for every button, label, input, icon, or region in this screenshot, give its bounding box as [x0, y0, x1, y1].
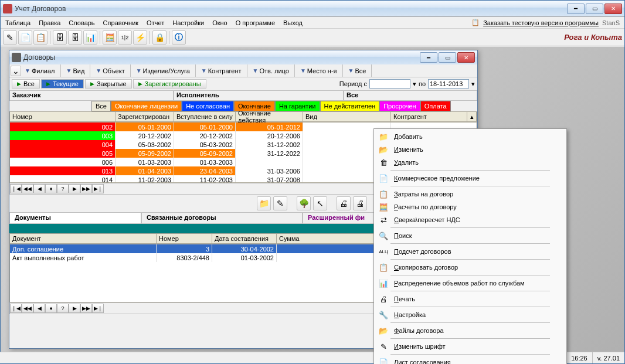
tool-flash-icon[interactable]: ⚡ [133, 30, 147, 45]
cm-item-2[interactable]: 🗑Удалить [375, 156, 565, 169]
snav-next[interactable]: ▶ [69, 304, 80, 313]
snav-prev-page[interactable]: ◀◀ [22, 304, 33, 313]
menu-ref[interactable]: Справочник [103, 19, 139, 26]
cm-item-14[interactable]: 📋Скопировать договор [375, 261, 565, 274]
funnel-reset-icon[interactable]: ⌄ [11, 66, 21, 76]
subcol-date[interactable]: Дата составления [212, 234, 277, 243]
snav-prev[interactable]: ◀ [33, 304, 45, 313]
subtab-documents[interactable]: Документы [9, 212, 141, 224]
col-startdate[interactable]: Вступление в силу [174, 112, 236, 121]
snav-q[interactable]: ? [57, 304, 69, 313]
cm-item-8[interactable]: ⇄Сверка\пересчет НДС [375, 213, 565, 226]
snav-next-page[interactable]: ▶▶ [80, 304, 92, 313]
cm-item-10[interactable]: 🔍Поиск [375, 229, 565, 242]
menu-dict[interactable]: Словарь [69, 19, 94, 26]
minimize-button[interactable]: ━ [567, 4, 585, 14]
cm-item-4[interactable]: 📄Коммерческое предложение [375, 172, 565, 185]
nav-prev[interactable]: ◀ [33, 184, 45, 193]
filter-0[interactable]: ▼Филиал [22, 64, 58, 77]
snav-first[interactable]: ❘◀ [10, 304, 22, 313]
col-enddate[interactable]: Окончание действия [236, 112, 303, 121]
color-tag-1[interactable]: Окончание лицензии [111, 101, 182, 111]
filter-2[interactable]: ▼Объект [93, 64, 127, 77]
color-tag-6[interactable]: Просрочен [379, 101, 420, 111]
color-tag-5[interactable]: Не действителен [320, 101, 380, 111]
rec-tree-icon[interactable]: 🌳 [297, 196, 311, 210]
filter-4[interactable]: ▼Контрагент [198, 64, 244, 77]
menu-exit[interactable]: Выход [283, 19, 303, 26]
cm-item-6[interactable]: 📋Затраты на договор [375, 188, 565, 200]
tab-2[interactable]: ▶Закрытые [85, 79, 132, 89]
menu-report[interactable]: Отчет [147, 19, 164, 26]
cm-item-22[interactable]: 📂Файлы договора [375, 324, 565, 337]
order-link[interactable]: Заказать тестовую версию программы [483, 19, 599, 26]
close-button[interactable]: ✕ [604, 4, 622, 14]
tool-date-icon[interactable]: 1|2 [118, 30, 132, 45]
rec-edit-icon[interactable]: ✎ [273, 196, 287, 210]
tool-doc-icon[interactable]: 📄 [18, 30, 32, 45]
maximize-button[interactable]: ▭ [586, 4, 603, 14]
tool-chart-icon[interactable]: 📊 [83, 30, 97, 45]
tool-wand-icon[interactable]: ✎ [3, 30, 17, 45]
period-to-input[interactable] [428, 79, 469, 89]
tool-lock-icon[interactable]: 🔒 [152, 30, 167, 45]
snav-last[interactable]: ▶❘ [92, 304, 104, 313]
nav-next[interactable]: ▶ [69, 184, 80, 193]
tool-calc-icon[interactable]: 🧮 [103, 30, 117, 45]
tab-3[interactable]: ▶Зарегистрированы [133, 79, 206, 89]
subcol-num[interactable]: Номер [157, 234, 212, 243]
child-minimize-button[interactable]: ━ [420, 52, 437, 63]
period-from-input[interactable] [369, 79, 410, 89]
col-scroll-up[interactable]: ▴ [467, 112, 477, 121]
nav-bookmark[interactable]: ♦ [45, 184, 57, 193]
tool-db-icon[interactable]: 🗄 [53, 30, 67, 45]
child-close-button[interactable]: ✕ [457, 52, 475, 63]
rec-folder-icon[interactable]: 📁 [257, 196, 271, 210]
tool-info-icon[interactable]: ⓘ [172, 30, 186, 45]
col-registered[interactable]: Зарегистрирован [116, 112, 174, 121]
stans-label: StanS [602, 19, 620, 26]
color-tag-0[interactable]: Все [91, 101, 111, 111]
nav-first[interactable]: ❘◀ [10, 184, 22, 193]
subtab-related[interactable]: Связанные договоры [141, 212, 303, 224]
menu-settings[interactable]: Настройки [172, 19, 204, 26]
snav-bookmark[interactable]: ♦ [45, 304, 57, 313]
cm-item-1[interactable]: 📂Изменить [375, 143, 565, 156]
filter-5[interactable]: ▼Отв. лицо [250, 64, 292, 77]
cm-item-12[interactable]: ALЦПодсчет договоров [375, 245, 565, 258]
rec-print-icon[interactable]: 🖨 [337, 196, 351, 210]
nav-next-page[interactable]: ▶▶ [80, 184, 92, 193]
tab-0[interactable]: ▶Все [12, 79, 40, 89]
rec-cursor-icon[interactable]: ↖ [313, 196, 327, 210]
cm-item-16[interactable]: 📊Распределение объемов работ по службам [375, 277, 565, 290]
cm-item-24[interactable]: ✎Изменить шрифт [375, 340, 565, 353]
subcol-doc[interactable]: Документ [10, 234, 157, 243]
context-menu[interactable]: 📁Добавить📂Изменить🗑Удалить📄Коммерческое … [373, 128, 567, 364]
cm-item-20[interactable]: 🔧Настройка [375, 308, 565, 321]
filter-1[interactable]: ▼Вид [63, 64, 88, 77]
filter-7[interactable]: ▼Все [345, 64, 369, 77]
nav-last[interactable]: ▶❘ [92, 184, 104, 193]
cm-item-7[interactable]: 🧮Расчеты по договору [375, 200, 565, 213]
col-number[interactable]: Номер [10, 112, 116, 121]
nav-q[interactable]: ? [57, 184, 69, 193]
menu-table[interactable]: Таблица [5, 19, 30, 26]
tool-db2-icon[interactable]: 🗄 [68, 30, 82, 45]
menu-edit[interactable]: Правка [39, 19, 60, 26]
menu-window[interactable]: Окно [212, 19, 227, 26]
col-contractor[interactable]: Контрагент [391, 112, 467, 121]
color-tag-7[interactable]: Оплата [420, 101, 451, 111]
tool-docs-icon[interactable]: 📋 [33, 30, 47, 45]
cm-item-18[interactable]: 🖨Печать [375, 292, 565, 305]
filter-6[interactable]: ▼Место н-я [297, 64, 340, 77]
col-type[interactable]: Вид [303, 112, 391, 121]
nav-prev-page[interactable]: ◀◀ [22, 184, 33, 193]
cm-item-26[interactable]: 📄Лист согласования [375, 356, 565, 364]
color-tag-2[interactable]: Не согласован [182, 101, 234, 111]
filter-3[interactable]: ▼Изделие/Услуга [133, 64, 193, 77]
rec-print2-icon[interactable]: 🖨 [353, 196, 367, 210]
menu-about[interactable]: О программе [236, 19, 275, 26]
tab-1[interactable]: ▶Текущие [41, 79, 84, 89]
child-maximize-button[interactable]: ▭ [439, 52, 456, 63]
cm-item-0[interactable]: 📁Добавить [375, 130, 565, 143]
